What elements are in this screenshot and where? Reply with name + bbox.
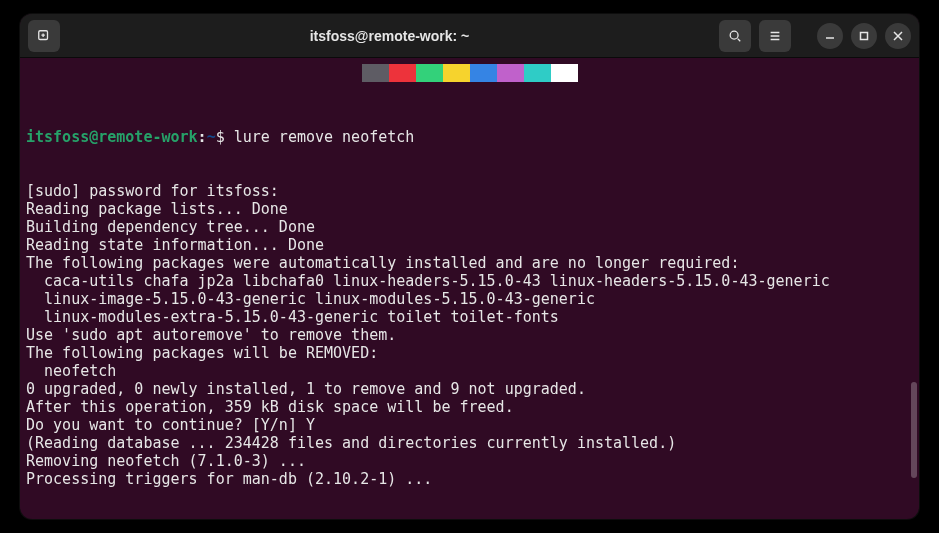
- output-line: The following packages will be REMOVED:: [26, 344, 913, 362]
- prompt-line: itsfoss@remote-work:~$ lure remove neofe…: [26, 128, 913, 146]
- color-swatch: [443, 64, 470, 82]
- color-swatches: [20, 58, 919, 92]
- color-swatch: [470, 64, 497, 82]
- output-line: After this operation, 359 kB disk space …: [26, 398, 913, 416]
- terminal-window: itsfoss@remote-work: ~: [20, 14, 919, 519]
- output-line: [sudo] password for itsfoss:: [26, 182, 913, 200]
- svg-point-1: [730, 31, 738, 39]
- output-line: linux-modules-extra-5.15.0-43-generic to…: [26, 308, 913, 326]
- output-line: (Reading database ... 234428 files and d…: [26, 434, 913, 452]
- output-line: linux-image-5.15.0-43-generic linux-modu…: [26, 290, 913, 308]
- prompt-path: ~: [207, 128, 216, 146]
- output-line: Building dependency tree... Done: [26, 218, 913, 236]
- svg-rect-2: [861, 32, 868, 39]
- search-button[interactable]: [719, 20, 751, 52]
- window-title: itsfoss@remote-work: ~: [60, 28, 719, 44]
- output-line: neofetch: [26, 362, 913, 380]
- color-swatch: [389, 64, 416, 82]
- color-swatch: [416, 64, 443, 82]
- maximize-button[interactable]: [851, 23, 877, 49]
- color-swatch: [524, 64, 551, 82]
- menu-button[interactable]: [759, 20, 791, 52]
- scrollbar-thumb[interactable]: [911, 382, 917, 478]
- color-swatch: [551, 64, 578, 82]
- output-line: Processing triggers for man-db (2.10.2-1…: [26, 470, 913, 488]
- color-swatch: [362, 64, 389, 82]
- output-line: The following packages were automaticall…: [26, 254, 913, 272]
- titlebar: itsfoss@remote-work: ~: [20, 14, 919, 58]
- color-swatch: [497, 64, 524, 82]
- close-button[interactable]: [885, 23, 911, 49]
- new-tab-button[interactable]: [28, 20, 60, 52]
- output-line: caca-utils chafa jp2a libchafa0 linux-he…: [26, 272, 913, 290]
- output-line: Removing neofetch (7.1.0-3) ...: [26, 452, 913, 470]
- prompt-symbol: $: [216, 128, 225, 146]
- terminal-output[interactable]: itsfoss@remote-work:~$ lure remove neofe…: [20, 92, 919, 519]
- prompt-colon: :: [198, 128, 207, 146]
- minimize-button[interactable]: [817, 23, 843, 49]
- output-line: Reading state information... Done: [26, 236, 913, 254]
- output-line: Use 'sudo apt autoremove' to remove them…: [26, 326, 913, 344]
- output-line: Do you want to continue? [Y/n] Y: [26, 416, 913, 434]
- scrollbar[interactable]: [911, 64, 917, 504]
- output-line: Reading package lists... Done: [26, 200, 913, 218]
- command-text: lure remove neofetch: [234, 128, 415, 146]
- prompt-userhost: itsfoss@remote-work: [26, 128, 198, 146]
- output-line: 0 upgraded, 0 newly installed, 1 to remo…: [26, 380, 913, 398]
